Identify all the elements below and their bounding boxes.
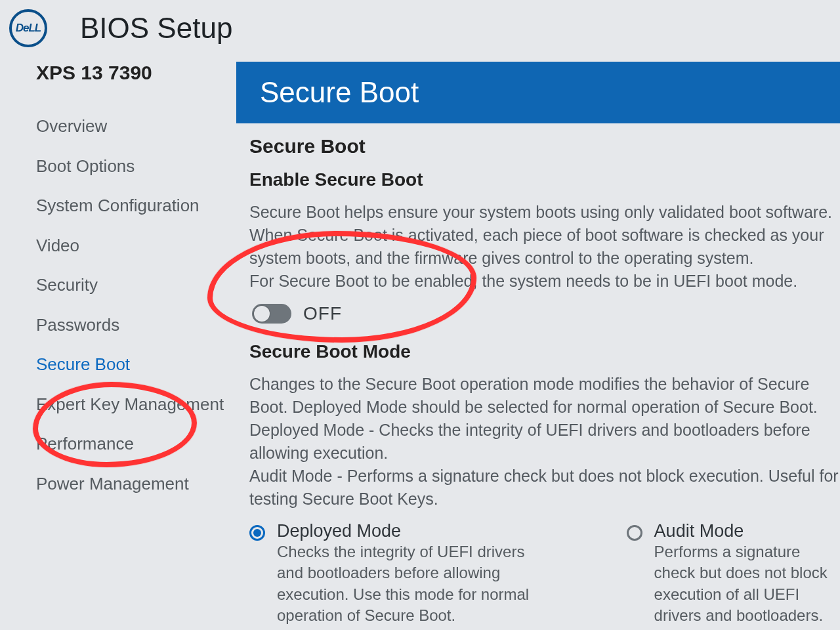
toggle-knob-icon xyxy=(254,306,270,322)
secure-boot-mode-options: Deployed Mode Checks the integrity of UE… xyxy=(249,521,840,627)
section-heading-secure-boot-mode: Secure Boot Mode xyxy=(249,341,840,362)
radio-option-deployed-mode[interactable]: Deployed Mode Checks the integrity of UE… xyxy=(249,521,548,627)
radio-option-audit-mode[interactable]: Audit Mode Performs a signature check bu… xyxy=(627,521,840,627)
subheading-enable-secure-boot: Enable Secure Boot xyxy=(249,169,840,190)
sidebar-item-overview[interactable]: Overview xyxy=(36,106,236,146)
sidebar-item-system-configuration[interactable]: System Configuration xyxy=(36,186,236,226)
model-name: XPS 13 7390 xyxy=(36,62,236,84)
app-title: BIOS Setup xyxy=(80,12,232,45)
sidebar-item-boot-options[interactable]: Boot Options xyxy=(36,146,236,186)
secure-boot-toggle[interactable] xyxy=(252,304,291,324)
page-title: Secure Boot xyxy=(236,62,840,123)
radio-label: Deployed Mode xyxy=(277,521,548,541)
radio-icon xyxy=(627,525,642,541)
section-heading-secure-boot: Secure Boot xyxy=(249,135,840,158)
radio-label: Audit Mode xyxy=(654,521,840,541)
sidebar-item-expert-key-management[interactable]: Expert Key Management xyxy=(36,385,236,425)
sidebar-item-video[interactable]: Video xyxy=(36,226,236,266)
sidebar-item-secure-boot[interactable]: Secure Boot xyxy=(36,345,236,385)
sidebar-item-performance[interactable]: Performance xyxy=(36,424,236,464)
radio-description: Performs a signature check but does not … xyxy=(654,541,840,627)
secure-boot-description: Secure Boot helps ensure your system boo… xyxy=(249,201,840,293)
sidebar-item-power-management[interactable]: Power Management xyxy=(36,464,236,504)
main-content: Secure Boot Secure Boot Enable Secure Bo… xyxy=(236,62,840,630)
sidebar-item-passwords[interactable]: Passwords xyxy=(36,305,236,345)
dell-logo: DeLL xyxy=(9,9,47,47)
secure-boot-mode-description: Changes to the Secure Boot operation mod… xyxy=(249,373,840,511)
app-header: DeLL BIOS Setup xyxy=(0,0,840,62)
radio-description: Checks the integrity of UEFI drivers and… xyxy=(277,541,548,627)
sidebar-item-security[interactable]: Security xyxy=(36,265,236,305)
sidebar: XPS 13 7390 Overview Boot Options System… xyxy=(0,62,236,630)
secure-boot-toggle-state: OFF xyxy=(303,303,342,324)
secure-boot-toggle-row: OFF xyxy=(252,303,840,324)
radio-icon xyxy=(249,525,265,541)
